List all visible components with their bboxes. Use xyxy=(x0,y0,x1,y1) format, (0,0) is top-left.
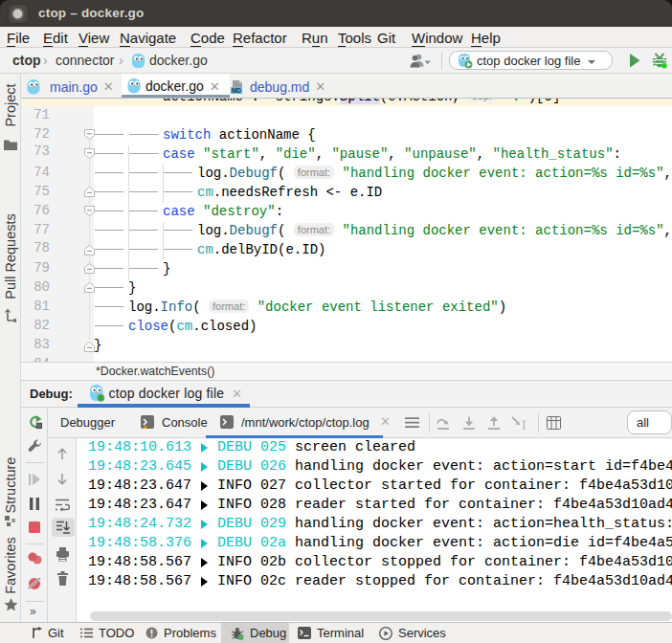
svg-text:MD: MD xyxy=(232,87,241,94)
